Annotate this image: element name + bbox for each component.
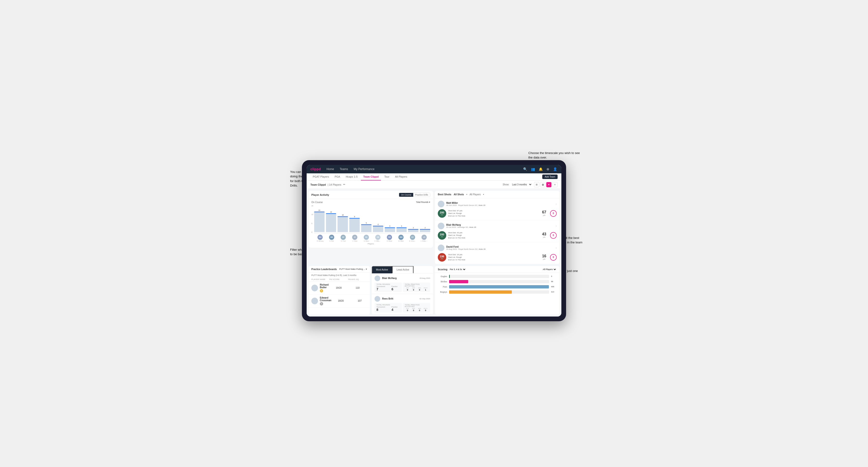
- pac-stats-1: Total Rounds Tournament 8 Practice 4 Tot…: [375, 303, 430, 312]
- bar-highlight-9: [420, 229, 430, 230]
- search-icon-btn[interactable]: 🔍: [523, 167, 528, 172]
- player-info-0: Matt Miller 09 Jun 2023 · Royal North De…: [446, 201, 554, 206]
- bar-value-0: 13: [318, 210, 320, 211]
- activity-card-1[interactable]: Rees Britt 02 Sep 2023 Total Rounds Tour…: [372, 294, 433, 315]
- nav-logo: clippd: [310, 167, 321, 171]
- nav-item-teams[interactable]: Teams: [339, 167, 349, 171]
- stat-box-dist-2: 16 yds: [542, 254, 546, 261]
- team-count: | 14 Players: [328, 183, 341, 186]
- bar-col-b.mcharg[interactable]: 13: [314, 210, 324, 232]
- nav-item-performance[interactable]: My Performance: [353, 167, 375, 171]
- nav-icons: 🔍 👥 🔔 ⊕ 👤: [523, 167, 558, 172]
- stat-zero-1: 0: [550, 232, 557, 239]
- lb-row-0[interactable]: Richard Butler 1 19/20 110: [309, 282, 370, 294]
- most-active-tab[interactable]: Most Active: [372, 266, 392, 273]
- top-nav: clippd Home Teams My Performance 🔍 👥 🔔 ⊕…: [307, 165, 561, 173]
- add-circle-icon-btn[interactable]: ⊕: [546, 167, 550, 172]
- show-label: Show:: [503, 183, 509, 186]
- pac-stats-0: Total Rounds Tournament 7 Practice 6 Tot…: [375, 283, 430, 292]
- tab-team-clippd[interactable]: Team Clippd: [361, 173, 381, 181]
- bar-value-6: 3: [390, 225, 390, 227]
- shot-badge-num-0: 200: [440, 211, 444, 214]
- best-shots-title: Best Shots: [438, 193, 451, 196]
- time-range-select[interactable]: Last 3 months Last 6 months Last 12 mont…: [511, 183, 532, 186]
- scoring-bar-fill-2: [449, 285, 549, 288]
- pac-avatar-0: [375, 276, 380, 281]
- bottom-left-panels: Practice Leaderboards PUTT Must Make Put…: [309, 266, 433, 315]
- least-active-tab[interactable]: Least Active: [392, 266, 413, 273]
- tablet-screen: clippd Home Teams My Performance 🔍 👥 🔔 ⊕…: [307, 165, 561, 316]
- lb-player-name-1: Edward Crossman: [320, 297, 331, 302]
- tab-tour[interactable]: Tour: [382, 173, 392, 181]
- people-icon-btn[interactable]: 👥: [530, 167, 535, 172]
- shot-card-2[interactable]: David Ford 24 Aug 2023 · Royal North Dev…: [435, 242, 559, 264]
- grid-alt-view-btn[interactable]: ▦: [540, 182, 545, 187]
- avatar-col-4: EE E. Ebert: [361, 235, 371, 242]
- chevron-right-icon-0: ›: [556, 203, 557, 206]
- stat-unit-0: yds: [543, 214, 546, 216]
- bar-col-j.coles[interactable]: 9: [349, 216, 360, 232]
- lb-avg-0: 110: [348, 286, 367, 289]
- end-lie-1: End Lie: In The Hole: [448, 237, 540, 239]
- bar-col-e.crossman[interactable]: 2: [408, 227, 418, 232]
- person-icon-btn[interactable]: 👤: [553, 167, 558, 172]
- practice-dropdown-btn[interactable]: PUTT Must Make Putting ... ▾: [339, 268, 367, 270]
- pac-date-0: 26 Aug 2023: [420, 277, 430, 279]
- pac-rounds-row-0: Tournament 7 Practice 6: [376, 286, 400, 291]
- lb-player-info-1: Edward Crossman 2: [320, 297, 331, 305]
- shot-card-0[interactable]: Matt Miller 09 Jun 2023 · Royal North De…: [435, 198, 559, 220]
- list-view-btn[interactable]: ≡: [552, 182, 558, 187]
- bar-highlight-2: [338, 216, 348, 217]
- shots-tab-players[interactable]: All Players: [469, 193, 482, 196]
- chart-section-title: On Course: [311, 201, 323, 204]
- bar-col-b.britt[interactable]: 12: [326, 211, 336, 232]
- heart-view-btn[interactable]: ♥: [546, 182, 552, 187]
- tab-pgat-players[interactable]: PGAT Players: [310, 173, 331, 181]
- bar-col-o.billingham[interactable]: 4: [373, 224, 383, 232]
- pac-rounds-row-1: Tournament 8 Practice 4: [376, 306, 400, 312]
- stat-box-dist-1: 43 yds: [542, 232, 546, 239]
- player-avatar-2: [438, 245, 444, 251]
- grid-view-btn[interactable]: ⊞: [534, 182, 539, 187]
- most-active-panel: Most Active Least Active Blair McHarg 26…: [372, 266, 433, 315]
- player-activity-panel: Player Activity On Course Practice Drill…: [309, 191, 433, 248]
- practice-drills-toggle[interactable]: Practice Drills: [413, 193, 430, 197]
- bar-col-m.miller[interactable]: 3: [397, 225, 407, 232]
- bar-col-d.ford[interactable]: 10: [338, 214, 348, 232]
- activity-card-0[interactable]: Blair McHarg 26 Aug 2023 Total Rounds To…: [372, 274, 433, 294]
- stat-num-2: 16: [542, 254, 546, 258]
- shots-tab-all-shots[interactable]: All Shots: [453, 193, 465, 196]
- stat-values-0: 67 yds 0: [542, 210, 557, 217]
- lb-row-1[interactable]: Edward Crossman 2 18/20 107: [309, 294, 370, 308]
- total-rounds-dropdown[interactable]: Total Rounds ▾: [416, 201, 430, 203]
- shot-card-1[interactable]: Blair McHarg 23 Jul 2023 · Ashridge GC, …: [435, 220, 559, 242]
- add-team-button[interactable]: Add Team: [542, 175, 558, 179]
- end-lie-2: End Lie: In The Hole: [448, 258, 540, 261]
- pac-practice-section-0: Total Practice Activities GTT APP ARG PU…: [403, 283, 430, 292]
- avatar-col-0: BM B. McHarg: [315, 235, 325, 242]
- tab-hcaps[interactable]: Hcaps 1-5: [343, 173, 360, 181]
- annotation-timescale: Choose the timescale you wish to see the…: [528, 151, 580, 160]
- edit-icon[interactable]: ✏: [343, 183, 345, 186]
- scoring-par-select[interactable]: Par 3, 4 & 5s Par 3s Par 4s Par 5s: [449, 268, 466, 271]
- scoring-bar-value-0: 3: [551, 275, 557, 277]
- bar-9: [420, 229, 430, 232]
- bar-8: [408, 229, 418, 232]
- bar-col-r.butler[interactable]: 3: [385, 225, 395, 232]
- nav-item-home[interactable]: Home: [326, 167, 335, 171]
- avatar-1: BB: [329, 235, 334, 240]
- bar-col-l.robertson[interactable]: 2: [420, 227, 430, 232]
- pac-practice-0: Practice 6: [392, 286, 400, 291]
- bar-col-e.ebert[interactable]: 5: [361, 222, 371, 232]
- lb-avg-1: 107: [350, 300, 369, 302]
- avatar-2: DF: [341, 235, 346, 240]
- scoring-row-eagles: Eagles 3: [438, 275, 557, 278]
- player-avatar-1: [438, 223, 444, 229]
- tab-all-players[interactable]: All Players: [393, 173, 410, 181]
- tab-pga[interactable]: PGA: [332, 173, 342, 181]
- scoring-players-select[interactable]: All Players: [542, 268, 557, 271]
- bell-icon-btn[interactable]: 🔔: [538, 167, 543, 172]
- shot-badge-sg-2: SG: [441, 258, 443, 259]
- avatar-5: OB: [375, 235, 380, 240]
- on-course-toggle[interactable]: On Course: [399, 193, 413, 197]
